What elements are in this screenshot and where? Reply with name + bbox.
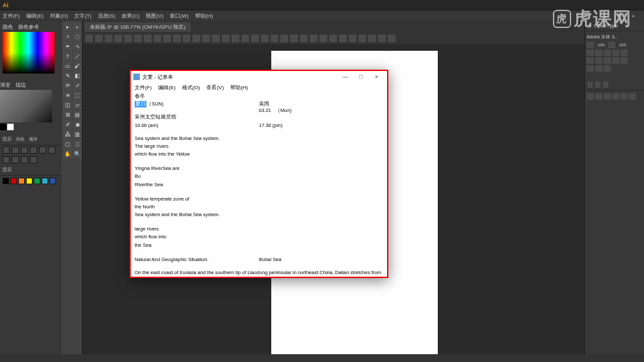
menu-file[interactable]: 文件(F) — [3, 12, 20, 20]
paintbrush-tool[interactable]: 🖌 — [73, 61, 82, 70]
pen-tool[interactable]: ✒ — [63, 42, 72, 51]
align-center-button[interactable] — [12, 146, 19, 154]
ctrlbar-item[interactable] — [241, 35, 249, 42]
kerning-value[interactable]: 100 — [595, 42, 607, 48]
ctrlbar-item[interactable] — [251, 35, 259, 42]
color-guide-panel-tab[interactable]: 颜色参考 — [18, 23, 39, 31]
para-align[interactable] — [587, 93, 594, 100]
pathfinder-minus[interactable] — [12, 156, 19, 163]
char-btn[interactable] — [587, 49, 594, 56]
notepad-window[interactable]: 文案 - 记事本 — □ × 文件(F) 编辑(E) 格式(O) 查看(V) 帮… — [129, 70, 388, 278]
symbol-sprayer-tool[interactable]: ⁂ — [63, 130, 72, 139]
menu-effect[interactable]: 效果(C) — [122, 12, 139, 20]
char-btn[interactable] — [621, 57, 628, 64]
window-minimize-icon[interactable]: — — [602, 13, 608, 19]
np-menu-format[interactable]: 格式(O) — [182, 84, 200, 91]
ctrlbar-item[interactable] — [105, 35, 113, 42]
column-graph-tool[interactable]: ▥ — [73, 130, 82, 139]
mesh-tool[interactable]: ⊞ — [63, 110, 72, 119]
ctrlbar-item[interactable] — [193, 35, 200, 42]
scale-tool[interactable]: ⤢ — [73, 81, 82, 90]
notepad-minimize-icon[interactable]: — — [338, 72, 353, 81]
char-btn[interactable] — [604, 65, 611, 72]
char-btn[interactable] — [612, 57, 619, 64]
artboards-panel-tab[interactable]: 画板 — [16, 136, 25, 143]
notepad-close-icon[interactable]: × — [369, 72, 384, 81]
ctrlbar-item[interactable] — [280, 35, 288, 42]
ctrlbar-item[interactable] — [134, 35, 142, 42]
para-align[interactable] — [629, 93, 636, 100]
para-align[interactable] — [604, 93, 611, 100]
direct-selection-tool[interactable]: ▹ — [73, 22, 82, 31]
ctrlbar-item[interactable] — [310, 35, 317, 42]
char-btn[interactable] — [595, 57, 602, 64]
slice-tool[interactable]: ⌷ — [73, 139, 82, 148]
hand-tool[interactable]: ✋ — [63, 149, 72, 158]
menu-window[interactable]: 窗口(W) — [170, 12, 189, 20]
ctrlbar-item[interactable] — [388, 35, 396, 42]
pathfinder-unite[interactable] — [3, 156, 10, 163]
char-btn[interactable] — [604, 49, 611, 56]
ctrlbar-item[interactable] — [85, 35, 93, 42]
notepad-text-area[interactable]: 春冬 夏日（SUN) 美国 03.21 （Mon) 常州太空站展览馆 10.00… — [131, 92, 387, 277]
artboard-tool[interactable]: ▢ — [63, 139, 72, 148]
char-btn[interactable] — [587, 57, 594, 64]
ctrlbar-item[interactable] — [232, 35, 239, 42]
eraser-tool[interactable]: ◧ — [73, 71, 82, 80]
ctrlbar-item[interactable] — [95, 35, 103, 42]
swatch-black[interactable] — [3, 178, 9, 184]
menu-object[interactable]: 对象(O) — [50, 12, 68, 20]
ctrlbar-item[interactable] — [212, 35, 220, 42]
magic-wand-tool[interactable]: ✧ — [63, 32, 72, 41]
swatch-blue[interactable] — [49, 178, 56, 184]
swatch-yellow[interactable] — [26, 178, 33, 184]
char-btn[interactable] — [595, 65, 602, 72]
para-align[interactable] — [595, 93, 602, 100]
lasso-tool[interactable]: ◌ — [73, 32, 82, 41]
window-maximize-icon[interactable]: □ — [618, 13, 621, 19]
ctrlbar-item[interactable] — [154, 35, 161, 42]
pencil-tool[interactable]: ✎ — [63, 71, 72, 80]
gradient-preview[interactable] — [0, 90, 52, 122]
kerning-btn[interactable] — [587, 42, 594, 48]
stroke-panel-tab[interactable]: 描边 — [16, 81, 26, 89]
pathfinder-intersect[interactable] — [21, 156, 28, 163]
ctrlbar-item[interactable] — [163, 35, 171, 42]
opentype-panel-title[interactable]: ◇ — [587, 23, 591, 29]
ctrlbar-item[interactable] — [261, 35, 269, 42]
free-transform-tool[interactable]: ⬚ — [73, 90, 82, 100]
ctrlbar-item[interactable] — [202, 35, 210, 42]
fill-stroke-swatches[interactable] — [0, 124, 62, 130]
selection-tool[interactable]: ▸ — [63, 22, 72, 31]
ctrlbar-item[interactable] — [319, 35, 327, 42]
perspective-tool[interactable]: ▱ — [73, 100, 82, 109]
ctrlbar-item[interactable] — [144, 35, 152, 42]
blend-tool[interactable]: ◉ — [73, 120, 82, 129]
align-left-button[interactable] — [3, 146, 10, 154]
menu-type[interactable]: 文字(T) — [74, 12, 91, 20]
notepad-maximize-icon[interactable]: □ — [353, 72, 369, 81]
np-menu-edit[interactable]: 编辑(E) — [158, 84, 176, 91]
type-tool[interactable]: T — [63, 51, 72, 61]
color-panel-tab[interactable]: 颜色 — [3, 23, 13, 31]
align-top-button[interactable] — [30, 146, 37, 154]
ctrlbar-item[interactable] — [183, 35, 191, 42]
ctrlbar-item[interactable] — [378, 35, 386, 42]
align-bottom-button[interactable] — [48, 146, 55, 154]
ctrlbar-item[interactable] — [368, 35, 376, 42]
align-right-button[interactable] — [21, 146, 28, 154]
color-spectrum-picker[interactable] — [3, 32, 55, 74]
window-close-icon[interactable]: × — [632, 13, 635, 19]
np-menu-file[interactable]: 文件(F) — [135, 84, 152, 91]
notepad-titlebar[interactable]: 文案 - 记事本 — □ × — [131, 71, 387, 83]
curvature-tool[interactable]: ∿ — [73, 42, 82, 51]
rectangle-tool[interactable]: ▭ — [63, 61, 72, 70]
align-middle-button[interactable] — [39, 146, 46, 154]
line-tool[interactable]: ／ — [73, 51, 82, 61]
ctrlbar-item[interactable] — [290, 35, 298, 42]
eyedropper-tool[interactable]: ✐ — [63, 120, 72, 129]
char-btn[interactable] — [604, 57, 611, 64]
gradient-panel-tab[interactable]: 渐变 — [0, 81, 10, 89]
swatch-cyan[interactable] — [42, 178, 48, 184]
menu-edit[interactable]: 编辑(E) — [26, 12, 44, 20]
